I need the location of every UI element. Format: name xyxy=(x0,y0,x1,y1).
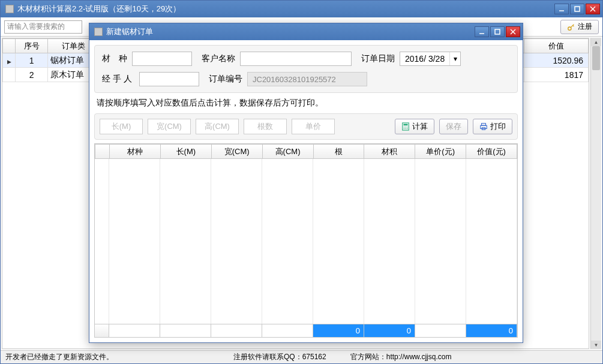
main-close-button[interactable] xyxy=(586,4,600,14)
hint-text: 请按顺序填写入对应数值后点击计算，数据保存后方可打印。 xyxy=(94,97,518,110)
dialog-title: 新建锯材订单 xyxy=(106,26,475,37)
svg-point-17 xyxy=(405,128,406,129)
order-no-label: 订单编号 xyxy=(209,74,242,85)
order-form: 材 种 客户名称 订单日期 2016/ 3/28 ▾ 经手人 订单编号 JC20… xyxy=(94,45,518,93)
footer-volume: 0 xyxy=(364,324,415,337)
register-button[interactable]: 注册 xyxy=(560,20,599,34)
status-left: 开发者已经撤走了更新资源文件。 xyxy=(5,352,113,362)
svg-point-13 xyxy=(404,127,404,127)
dialog-icon xyxy=(94,28,103,36)
search-input[interactable]: 请输入需要搜索的 xyxy=(4,20,82,34)
calculator-icon xyxy=(401,122,410,131)
order-no-field: JC20160328101925572 xyxy=(247,72,367,86)
footer-count: 0 xyxy=(313,324,364,337)
main-title: 木材材积计算器2.2-试用版（还剩10天，29次） xyxy=(17,4,554,14)
dcol-length: 长(M) xyxy=(160,145,211,159)
dcol-price: 单价(元) xyxy=(415,145,466,159)
register-label: 注册 xyxy=(578,22,592,32)
svg-rect-8 xyxy=(495,29,500,34)
vertical-scrollbar[interactable]: ▲ ▼ xyxy=(590,38,601,349)
calc-button[interactable]: 计算 xyxy=(395,119,434,134)
scroll-down-arrow-icon[interactable]: ▼ xyxy=(591,341,601,349)
save-button[interactable]: 保存 xyxy=(439,119,468,134)
dialog-maximize-button[interactable] xyxy=(490,26,505,37)
dcol-species: 材种 xyxy=(110,145,161,159)
dialog-titlebar[interactable]: 新建锯材订单 xyxy=(89,23,523,40)
handler-label: 经手人 xyxy=(102,74,134,85)
width-input[interactable]: 宽(CM) xyxy=(148,119,191,134)
customer-label: 客户名称 xyxy=(202,53,235,64)
svg-point-14 xyxy=(405,127,406,127)
dcol-volume: 材积 xyxy=(364,145,415,159)
scrollbar-thumb[interactable] xyxy=(592,46,600,70)
printer-icon xyxy=(479,122,488,131)
svg-rect-12 xyxy=(404,124,408,126)
date-value: 2016/ 3/28 xyxy=(400,54,449,64)
svg-rect-20 xyxy=(481,125,487,128)
col-value: 价值 xyxy=(524,39,588,53)
row-pointer-icon xyxy=(3,53,16,68)
status-middle: 注册软件请联系QQ：675162 xyxy=(233,352,326,362)
app-icon xyxy=(5,5,14,13)
svg-rect-1 xyxy=(575,7,580,11)
dcol-count: 根 xyxy=(313,145,364,159)
height-input[interactable]: 高(CM) xyxy=(196,119,239,134)
main-minimize-button[interactable] xyxy=(554,4,569,14)
calc-inputs: 长(M) 宽(CM) 高(CM) 根数 单价 计算 保存 打印 xyxy=(94,113,518,140)
dcol-width: 宽(CM) xyxy=(211,145,262,159)
order-date-label: 订单日期 xyxy=(361,53,395,64)
dialog-minimize-button[interactable] xyxy=(475,26,489,37)
customer-input[interactable] xyxy=(240,52,352,66)
species-label: 材 种 xyxy=(102,53,127,64)
length-input[interactable]: 长(M) xyxy=(100,119,143,134)
order-date-input[interactable]: 2016/ 3/28 ▾ xyxy=(400,52,461,66)
svg-point-18 xyxy=(407,128,407,129)
status-bar: 开发者已经撤走了更新资源文件。 注册软件请联系QQ：675162 官方网站：ht… xyxy=(1,350,602,363)
status-right: 官方网站：http://www.cjjsq.com xyxy=(350,352,452,362)
svg-point-16 xyxy=(404,128,404,129)
main-titlebar[interactable]: 木材材积计算器2.2-试用版（还剩10天，29次） xyxy=(1,1,602,17)
dcol-value: 价值(元) xyxy=(466,145,517,159)
main-maximize-button[interactable] xyxy=(570,4,584,14)
svg-line-6 xyxy=(573,25,574,26)
dialog-close-button[interactable] xyxy=(506,26,520,37)
col-seq: 序号 xyxy=(16,39,48,53)
key-icon xyxy=(567,23,575,31)
species-input[interactable] xyxy=(132,52,192,66)
print-button[interactable]: 打印 xyxy=(473,119,512,134)
handler-input[interactable] xyxy=(139,72,199,86)
dcol-0 xyxy=(95,145,110,159)
svg-point-15 xyxy=(407,127,407,127)
detail-grid[interactable]: 材种 长(M) 宽(CM) 高(CM) 根 材积 单价(元) 价值(元) xyxy=(94,143,518,338)
date-dropdown-icon[interactable]: ▾ xyxy=(449,52,460,65)
count-input[interactable]: 根数 xyxy=(244,119,287,134)
detail-footer: 0 0 0 xyxy=(95,324,517,337)
new-order-dialog: 新建锯材订单 材 种 客户名称 订单日期 2016/ 3/28 ▾ 经手人 xyxy=(89,23,523,343)
scroll-up-arrow-icon[interactable]: ▲ xyxy=(591,38,601,46)
detail-body xyxy=(95,159,517,324)
dcol-height: 高(CM) xyxy=(262,145,313,159)
price-input[interactable]: 单价 xyxy=(292,119,335,134)
footer-value: 0 xyxy=(466,324,517,337)
